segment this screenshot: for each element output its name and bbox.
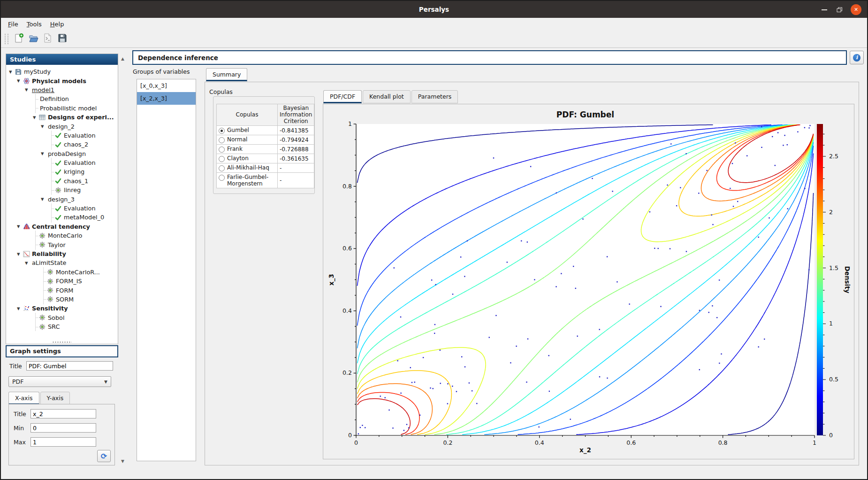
- tree-item-central-tendency[interactable]: ▼Central tendency: [6, 222, 118, 231]
- dock-splitter-handle[interactable]: [6, 341, 118, 344]
- radio-farlie-gumbel-morgenstern[interactable]: [219, 175, 225, 181]
- tree-item-design-2[interactable]: ▼design_2: [6, 122, 118, 131]
- tree-item-evaluation[interactable]: Evaluation: [6, 131, 118, 140]
- svg-text:0.5: 0.5: [829, 376, 838, 383]
- tree-item-label: myStudy: [24, 68, 51, 75]
- tree-item-form-is[interactable]: FORM_IS: [6, 277, 118, 286]
- tab-parameters[interactable]: Parameters: [411, 90, 458, 103]
- gear-icon: [39, 232, 47, 239]
- open-study-button[interactable]: [27, 32, 40, 46]
- tree-item-evaluation[interactable]: Evaluation: [6, 158, 118, 167]
- tree-guide-line: [33, 322, 39, 331]
- tree-item-definition[interactable]: Definition: [6, 94, 118, 103]
- menu-item-help[interactable]: Help: [46, 19, 69, 29]
- group-item-x-0-x-3[interactable]: [x_0,x_3]: [137, 79, 196, 92]
- tree-item-kriging[interactable]: kriging: [6, 167, 118, 176]
- tab-x-axis[interactable]: X-axis: [8, 392, 39, 405]
- tree-item-label: Sensitivity: [32, 305, 68, 312]
- expander-caret-icon[interactable]: ▼: [17, 78, 23, 83]
- expander-caret-icon[interactable]: ▼: [41, 151, 47, 156]
- tree-item-reliability[interactable]: ▼Reliability: [6, 249, 118, 258]
- tab-pdf-cdf[interactable]: PDF/CDF: [323, 90, 362, 103]
- expander-caret-icon[interactable]: ▼: [25, 87, 31, 92]
- page-title-text: Dependence inference: [138, 54, 218, 62]
- radio-frank[interactable]: [219, 147, 225, 153]
- expander-caret-icon[interactable]: ▼: [41, 124, 47, 129]
- table-row-normal: Normal-0.794924: [217, 135, 314, 145]
- tree-item-physical-models[interactable]: ▼Physical models: [6, 76, 118, 85]
- tree-item-label: Evaluation: [64, 205, 96, 212]
- expander-caret-icon[interactable]: ▼: [17, 224, 23, 229]
- axis-min-input[interactable]: [30, 423, 96, 433]
- python-script-button[interactable]: [41, 32, 54, 46]
- tree-item-label: FORM_IS: [56, 278, 82, 285]
- tree-item-montecarlor[interactable]: MonteCarloR...: [6, 268, 118, 277]
- expander-caret-icon[interactable]: ▼: [9, 70, 15, 74]
- scroll-up-arrow[interactable]: ▲: [119, 55, 126, 62]
- tab-kendall-plot[interactable]: Kendall plot: [363, 90, 411, 103]
- tab-y-axis[interactable]: Y-axis: [40, 392, 70, 405]
- check-icon: [55, 178, 63, 184]
- tree-item-src[interactable]: SRC: [6, 322, 118, 331]
- tree-item-probadesign[interactable]: ▼probaDesign: [6, 149, 118, 158]
- bic-value: -0.841385: [278, 126, 314, 135]
- tree-item-alimitstate[interactable]: ▼aLimitState: [6, 258, 118, 267]
- minimize-button[interactable]: [819, 4, 830, 15]
- studies-panel: Studies ▼myStudy▼Physical models▼model1D…: [6, 54, 118, 344]
- axis-title-input[interactable]: [30, 409, 96, 418]
- restore-button[interactable]: [834, 4, 845, 15]
- tree-guide-line: [49, 158, 55, 167]
- tree-item-probabilistic-model[interactable]: Probabilistic model: [6, 104, 118, 113]
- tab-summary[interactable]: Summary: [206, 68, 247, 81]
- tree-item-sobol[interactable]: Sobol: [6, 313, 118, 322]
- expander-caret-icon[interactable]: ▼: [33, 115, 39, 120]
- tree-item-chaos-2[interactable]: chaos_2: [6, 140, 118, 149]
- tree-item-metamodel-0[interactable]: metaModel_0: [6, 213, 118, 222]
- expander-caret-icon[interactable]: ▼: [17, 252, 23, 256]
- pdf-contour-plot: PDF: Gumbel00.20.40.60.8100.20.40.60.81x…: [323, 104, 854, 459]
- plot-type-dropdown[interactable]: PDF ▼: [8, 376, 111, 387]
- radio-clayton[interactable]: [219, 156, 225, 162]
- svg-text:0.2: 0.2: [343, 369, 352, 376]
- radio-ali-mikhail-haq[interactable]: [219, 165, 225, 171]
- menu-item-tools[interactable]: Tools: [23, 19, 46, 29]
- refresh-icon: ⟳: [101, 452, 107, 461]
- tree-item-evaluation[interactable]: Evaluation: [6, 204, 118, 213]
- tree-item-taylor[interactable]: Taylor: [6, 240, 118, 249]
- study-icon: [15, 69, 23, 75]
- expander-caret-icon[interactable]: ▼: [17, 306, 23, 311]
- scroll-down-arrow[interactable]: ▼: [119, 457, 126, 465]
- tree-item-linreg[interactable]: linreg: [6, 186, 118, 194]
- tree-item-model1[interactable]: ▼model1: [6, 85, 118, 94]
- tree-item-mystudy[interactable]: ▼myStudy: [6, 67, 118, 76]
- table-row-ali-mikhail-haq: Ali-Mikhail-Haq-: [217, 163, 314, 173]
- tree-guide-line: [49, 167, 55, 176]
- check-icon: [55, 160, 63, 166]
- info-button[interactable]: i: [850, 51, 864, 64]
- tree-item-chaos-1[interactable]: chaos_1: [6, 177, 118, 186]
- table-header-bayesian-information-criterion: Bayesian Information Criterion: [278, 104, 314, 126]
- tree-item-design-3[interactable]: ▼design_3: [6, 194, 118, 203]
- tree-item-sensitivity[interactable]: ▼Sensitivity: [6, 304, 118, 313]
- axis-max-input[interactable]: [30, 437, 96, 447]
- expander-caret-icon[interactable]: ▼: [41, 197, 47, 201]
- tree-item-montecarlo[interactable]: MonteCarlo: [6, 231, 118, 240]
- refresh-button[interactable]: ⟳: [97, 450, 111, 462]
- close-button[interactable]: ✕: [851, 4, 861, 15]
- menu-item-file[interactable]: File: [4, 19, 23, 29]
- tree-item-form[interactable]: FORM: [6, 286, 118, 294]
- save-study-button[interactable]: [56, 32, 69, 46]
- new-study-button[interactable]: [12, 32, 25, 46]
- tree-item-designs-of-experi[interactable]: ▼Designs of experi...: [6, 113, 118, 122]
- radio-gumbel[interactable]: [219, 128, 225, 134]
- gear-icon: [55, 187, 63, 194]
- tree-item-label: Definition: [40, 95, 69, 102]
- check-icon: [55, 205, 63, 212]
- tree-item-sorm[interactable]: SORM: [6, 295, 118, 304]
- expander-caret-icon[interactable]: ▼: [25, 261, 31, 265]
- radio-normal[interactable]: [219, 137, 225, 143]
- group-item-x-2-x-3[interactable]: [x_2,x_3]: [137, 92, 196, 105]
- tree-item-label: Reliability: [32, 250, 66, 257]
- graph-title-input[interactable]: [26, 361, 113, 371]
- toolbar-grip[interactable]: [5, 34, 8, 44]
